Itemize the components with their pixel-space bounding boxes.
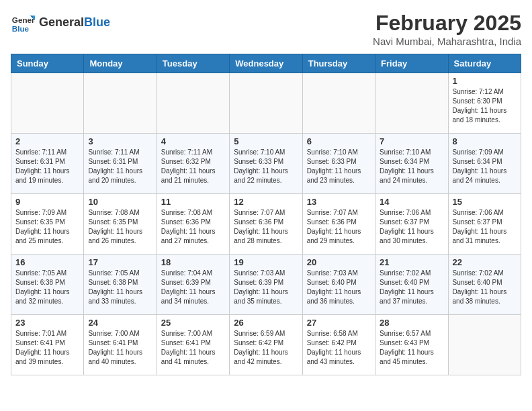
day-info: Sunrise: 7:07 AM Sunset: 6:36 PM Dayligh…: [234, 208, 298, 246]
calendar-cell: 19Sunrise: 7:03 AM Sunset: 6:39 PM Dayli…: [230, 255, 302, 315]
calendar-cell: 9Sunrise: 7:09 AM Sunset: 6:35 PM Daylig…: [11, 194, 84, 255]
day-info: Sunrise: 7:04 AM Sunset: 6:39 PM Dayligh…: [161, 269, 225, 306]
day-number: 12: [234, 197, 298, 207]
day-number: 5: [234, 136, 298, 146]
day-number: 20: [307, 257, 371, 267]
day-info: Sunrise: 7:06 AM Sunset: 6:37 PM Dayligh…: [380, 208, 443, 246]
day-info: Sunrise: 7:10 AM Sunset: 6:33 PM Dayligh…: [234, 148, 298, 185]
day-number: 13: [307, 197, 371, 207]
day-number: 19: [234, 257, 298, 267]
day-info: Sunrise: 6:57 AM Sunset: 6:43 PM Dayligh…: [380, 329, 443, 367]
day-number: 28: [380, 318, 443, 328]
calendar-cell: 10Sunrise: 7:08 AM Sunset: 6:35 PM Dayli…: [84, 194, 157, 255]
day-info: Sunrise: 7:10 AM Sunset: 6:33 PM Dayligh…: [307, 148, 371, 185]
calendar-cell: 23Sunrise: 7:01 AM Sunset: 6:41 PM Dayli…: [11, 315, 84, 375]
day-info: Sunrise: 7:08 AM Sunset: 6:35 PM Dayligh…: [88, 208, 152, 246]
location: Navi Mumbai, Maharashtra, India: [373, 36, 521, 47]
calendar-cell: [448, 315, 521, 375]
day-info: Sunrise: 7:10 AM Sunset: 6:34 PM Dayligh…: [380, 148, 443, 185]
day-number: 10: [88, 197, 152, 207]
weekday-header-sunday: Sunday: [11, 54, 84, 73]
calendar-cell: 16Sunrise: 7:05 AM Sunset: 6:38 PM Dayli…: [11, 255, 84, 315]
calendar-cell: [11, 73, 84, 134]
day-info: Sunrise: 7:00 AM Sunset: 6:41 PM Dayligh…: [161, 329, 225, 367]
calendar-cell: 4Sunrise: 7:11 AM Sunset: 6:32 PM Daylig…: [157, 134, 229, 194]
day-number: 14: [380, 197, 443, 207]
calendar-cell: 28Sunrise: 6:57 AM Sunset: 6:43 PM Dayli…: [375, 315, 448, 375]
weekday-header-friday: Friday: [375, 54, 448, 73]
day-number: 26: [234, 318, 298, 328]
day-number: 4: [161, 136, 225, 146]
day-number: 27: [307, 318, 371, 328]
calendar-cell: 1Sunrise: 7:12 AM Sunset: 6:30 PM Daylig…: [448, 73, 521, 134]
day-info: Sunrise: 7:09 AM Sunset: 6:34 PM Dayligh…: [453, 148, 517, 185]
calendar-cell: 22Sunrise: 7:02 AM Sunset: 6:40 PM Dayli…: [448, 255, 521, 315]
calendar-cell: 12Sunrise: 7:07 AM Sunset: 6:36 PM Dayli…: [230, 194, 302, 255]
day-info: Sunrise: 7:09 AM Sunset: 6:35 PM Dayligh…: [15, 208, 79, 246]
day-number: 24: [88, 318, 152, 328]
weekday-header-row: SundayMondayTuesdayWednesdayThursdayFrid…: [11, 54, 521, 73]
logo-icon: General Blue: [11, 11, 35, 35]
weekday-header-thursday: Thursday: [302, 54, 375, 73]
logo-general: GeneralBlue: [39, 16, 110, 30]
week-row-3: 9Sunrise: 7:09 AM Sunset: 6:35 PM Daylig…: [11, 194, 521, 255]
calendar-cell: 27Sunrise: 6:58 AM Sunset: 6:42 PM Dayli…: [302, 315, 375, 375]
day-info: Sunrise: 7:08 AM Sunset: 6:36 PM Dayligh…: [161, 208, 225, 246]
calendar-cell: 11Sunrise: 7:08 AM Sunset: 6:36 PM Dayli…: [157, 194, 229, 255]
day-number: 17: [88, 257, 152, 267]
day-number: 25: [161, 318, 225, 328]
day-info: Sunrise: 7:11 AM Sunset: 6:31 PM Dayligh…: [15, 148, 79, 185]
day-number: 21: [380, 257, 443, 267]
day-number: 23: [15, 318, 79, 328]
day-number: 16: [15, 257, 79, 267]
day-info: Sunrise: 7:02 AM Sunset: 6:40 PM Dayligh…: [453, 269, 517, 306]
day-info: Sunrise: 7:06 AM Sunset: 6:37 PM Dayligh…: [453, 208, 517, 246]
logo: General Blue GeneralBlue: [11, 11, 110, 35]
calendar-cell: [302, 73, 375, 134]
day-info: Sunrise: 7:11 AM Sunset: 6:32 PM Dayligh…: [161, 148, 225, 185]
calendar-cell: 20Sunrise: 7:03 AM Sunset: 6:40 PM Dayli…: [302, 255, 375, 315]
week-row-4: 16Sunrise: 7:05 AM Sunset: 6:38 PM Dayli…: [11, 255, 521, 315]
calendar-cell: 14Sunrise: 7:06 AM Sunset: 6:37 PM Dayli…: [375, 194, 448, 255]
day-number: 8: [453, 136, 517, 146]
week-row-1: 1Sunrise: 7:12 AM Sunset: 6:30 PM Daylig…: [11, 73, 521, 134]
calendar-cell: 13Sunrise: 7:07 AM Sunset: 6:36 PM Dayli…: [302, 194, 375, 255]
calendar-cell: 5Sunrise: 7:10 AM Sunset: 6:33 PM Daylig…: [230, 134, 302, 194]
calendar-cell: [375, 73, 448, 134]
calendar-cell: [84, 73, 157, 134]
day-info: Sunrise: 7:03 AM Sunset: 6:40 PM Dayligh…: [307, 269, 371, 306]
weekday-header-tuesday: Tuesday: [157, 54, 229, 73]
day-number: 22: [453, 257, 517, 267]
calendar-cell: 15Sunrise: 7:06 AM Sunset: 6:37 PM Dayli…: [448, 194, 521, 255]
day-info: Sunrise: 7:02 AM Sunset: 6:40 PM Dayligh…: [380, 269, 443, 306]
day-number: 15: [453, 197, 517, 207]
weekday-header-wednesday: Wednesday: [230, 54, 302, 73]
calendar-cell: 8Sunrise: 7:09 AM Sunset: 6:34 PM Daylig…: [448, 134, 521, 194]
calendar-table: SundayMondayTuesdayWednesdayThursdayFrid…: [11, 54, 521, 375]
day-info: Sunrise: 6:58 AM Sunset: 6:42 PM Dayligh…: [307, 329, 371, 367]
calendar-cell: [157, 73, 229, 134]
calendar-cell: 3Sunrise: 7:11 AM Sunset: 6:31 PM Daylig…: [84, 134, 157, 194]
weekday-header-saturday: Saturday: [448, 54, 521, 73]
day-number: 2: [15, 136, 79, 146]
day-info: Sunrise: 7:01 AM Sunset: 6:41 PM Dayligh…: [15, 329, 79, 367]
calendar-cell: 17Sunrise: 7:05 AM Sunset: 6:38 PM Dayli…: [84, 255, 157, 315]
calendar-cell: 18Sunrise: 7:04 AM Sunset: 6:39 PM Dayli…: [157, 255, 229, 315]
day-info: Sunrise: 7:12 AM Sunset: 6:30 PM Dayligh…: [453, 87, 517, 125]
calendar-cell: 26Sunrise: 6:59 AM Sunset: 6:42 PM Dayli…: [230, 315, 302, 375]
week-row-2: 2Sunrise: 7:11 AM Sunset: 6:31 PM Daylig…: [11, 134, 521, 194]
day-number: 6: [307, 136, 371, 146]
day-number: 11: [161, 197, 225, 207]
calendar-cell: 24Sunrise: 7:00 AM Sunset: 6:41 PM Dayli…: [84, 315, 157, 375]
day-info: Sunrise: 7:07 AM Sunset: 6:36 PM Dayligh…: [307, 208, 371, 246]
weekday-header-monday: Monday: [84, 54, 157, 73]
day-number: 18: [161, 257, 225, 267]
calendar-cell: 2Sunrise: 7:11 AM Sunset: 6:31 PM Daylig…: [11, 134, 84, 194]
day-info: Sunrise: 7:00 AM Sunset: 6:41 PM Dayligh…: [88, 329, 152, 367]
day-info: Sunrise: 6:59 AM Sunset: 6:42 PM Dayligh…: [234, 329, 298, 367]
calendar-cell: 7Sunrise: 7:10 AM Sunset: 6:34 PM Daylig…: [375, 134, 448, 194]
day-info: Sunrise: 7:11 AM Sunset: 6:31 PM Dayligh…: [88, 148, 152, 185]
day-number: 7: [380, 136, 443, 146]
day-info: Sunrise: 7:05 AM Sunset: 6:38 PM Dayligh…: [15, 269, 79, 306]
calendar-cell: [230, 73, 302, 134]
